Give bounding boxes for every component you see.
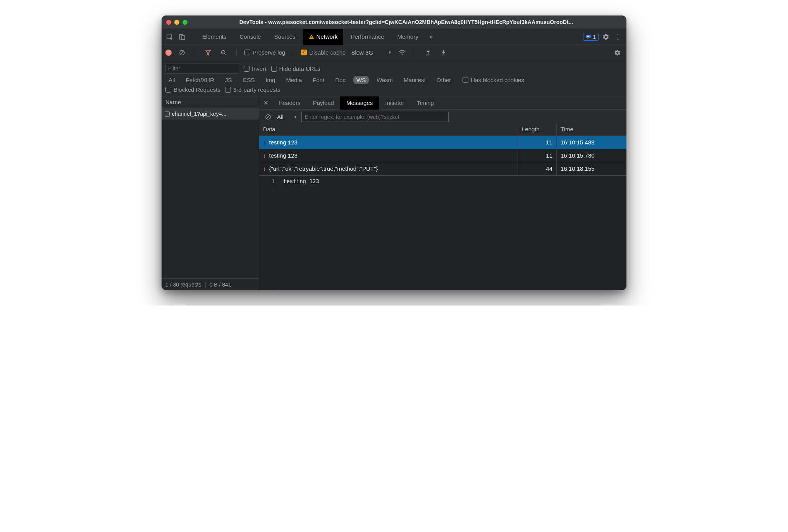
type-filter-js[interactable]: JS: [222, 76, 235, 84]
tab-memory[interactable]: Memory: [392, 29, 424, 45]
third-party-label: 3rd-party requests: [233, 86, 280, 93]
inspect-element-icon[interactable]: [165, 32, 175, 42]
kebab-menu-icon[interactable]: ⋮: [613, 32, 623, 42]
request-count: 1 / 30 requests: [165, 281, 201, 288]
message-data: testing 123: [269, 139, 298, 146]
svg-rect-6: [587, 36, 590, 36]
tab-network-label: Network: [317, 33, 338, 40]
filter-icon[interactable]: [203, 48, 213, 58]
blocked-requests-label: Blocked Requests: [174, 86, 220, 93]
tab-console[interactable]: Console: [234, 29, 267, 45]
message-detail-viewer: 1 testing 123: [259, 175, 626, 290]
svg-point-10: [222, 50, 225, 54]
window-title: DevTools - www.piesocket.com/websocket-t…: [194, 19, 619, 25]
message-time: 16:10:15.488: [557, 136, 626, 149]
type-filter-all[interactable]: All: [165, 76, 178, 84]
message-body[interactable]: testing 123: [279, 176, 323, 290]
devtools-window: DevTools - www.piesocket.com/websocket-t…: [162, 15, 626, 290]
type-filter-ws[interactable]: WS: [353, 76, 369, 84]
close-window-button[interactable]: [166, 20, 171, 25]
download-har-icon[interactable]: [439, 48, 449, 58]
detail-tab-timing[interactable]: Timing: [411, 96, 440, 110]
col-header-length[interactable]: Length: [518, 124, 557, 136]
requests-header[interactable]: Name: [162, 96, 259, 108]
search-icon[interactable]: [219, 48, 229, 58]
network-conditions-icon[interactable]: [397, 48, 407, 58]
clear-icon[interactable]: [177, 48, 187, 58]
more-tabs-icon[interactable]: »: [426, 32, 436, 42]
invert-label: Invert: [252, 65, 267, 72]
svg-line-16: [267, 115, 270, 118]
messages-direction-select[interactable]: All ▼: [277, 113, 298, 120]
detail-tab-headers[interactable]: Headers: [272, 96, 307, 110]
device-toolbar-icon[interactable]: [177, 32, 187, 42]
request-name: channel_1?api_key=...: [172, 111, 227, 117]
type-filter-wasm[interactable]: Wasm: [373, 76, 396, 84]
invert-checkbox[interactable]: Invert: [244, 65, 267, 72]
filter-input[interactable]: [165, 63, 239, 74]
type-filter-doc[interactable]: Doc: [332, 76, 349, 84]
message-length: 44: [518, 162, 557, 175]
preserve-log-checkbox[interactable]: Preserve log: [244, 49, 285, 56]
detail-tab-payload[interactable]: Payload: [307, 96, 340, 110]
svg-rect-7: [587, 36, 589, 37]
disable-cache-checkbox[interactable]: Disable cache: [301, 49, 346, 56]
network-toolbar: Preserve log Disable cache Slow 3G ▼: [162, 45, 626, 60]
clear-messages-icon[interactable]: [263, 112, 273, 122]
upload-har-icon[interactable]: [423, 48, 433, 58]
message-length: 11: [518, 136, 557, 149]
panel-settings-icon[interactable]: [613, 48, 623, 58]
tab-network[interactable]: Network: [303, 29, 343, 45]
request-favicon-icon: [165, 112, 170, 117]
col-header-time[interactable]: Time: [557, 124, 626, 136]
message-row[interactable]: testing 123 11 16:10:15.488: [259, 136, 626, 149]
type-filter-other[interactable]: Other: [434, 76, 454, 84]
detail-tab-messages[interactable]: Messages: [340, 96, 379, 110]
disable-cache-label: Disable cache: [309, 49, 346, 56]
transfer-size: 0 B / 841: [210, 281, 231, 288]
message-icon: [586, 34, 591, 39]
chevron-down-icon: ▼: [388, 50, 392, 55]
svg-rect-13: [426, 55, 430, 55]
maximize-window-button[interactable]: [182, 20, 188, 25]
type-filter-css[interactable]: CSS: [240, 76, 258, 84]
messages-rows: testing 123 11 16:10:15.488 testing 123 …: [259, 136, 626, 175]
type-filter-manifest[interactable]: Manifest: [401, 76, 429, 84]
requests-status: 1 / 30 requests 0 B / 841: [162, 278, 259, 290]
message-length: 11: [518, 149, 557, 162]
svg-rect-3: [311, 36, 311, 38]
throttling-select[interactable]: Slow 3G ▼: [351, 49, 392, 56]
record-button[interactable]: [165, 50, 172, 56]
blocked-requests-checkbox[interactable]: Blocked Requests: [165, 86, 220, 93]
message-time: 16:10:18.155: [557, 162, 626, 175]
tab-elements[interactable]: Elements: [197, 29, 232, 45]
close-detail-icon[interactable]: ×: [259, 98, 272, 107]
network-content: Name channel_1?api_key=... 1 / 30 reques…: [162, 96, 626, 290]
svg-rect-2: [182, 36, 185, 39]
message-row[interactable]: testing 123 11 16:10:15.730: [259, 149, 626, 162]
third-party-requests-checkbox[interactable]: 3rd-party requests: [225, 86, 280, 93]
type-filter-img[interactable]: Img: [262, 76, 278, 84]
settings-icon[interactable]: [601, 32, 611, 42]
divider: [236, 48, 237, 57]
divider: [415, 48, 415, 57]
tab-sources[interactable]: Sources: [269, 29, 301, 45]
type-filter-fetch-xhr[interactable]: Fetch/XHR: [183, 76, 217, 84]
minimize-window-button[interactable]: [174, 20, 179, 25]
tab-performance[interactable]: Performance: [346, 29, 390, 45]
has-blocked-cookies-checkbox[interactable]: Has blocked cookies: [463, 77, 524, 83]
type-filter-media[interactable]: Media: [283, 76, 305, 84]
hide-data-urls-checkbox[interactable]: Hide data URLs: [271, 65, 320, 72]
request-row[interactable]: channel_1?api_key=...: [162, 108, 259, 120]
hide-data-urls-label: Hide data URLs: [279, 65, 320, 72]
divider: [192, 33, 192, 41]
issues-chip[interactable]: 1: [583, 33, 599, 41]
messages-regex-input[interactable]: [301, 112, 449, 122]
has-blocked-cookies-label: Has blocked cookies: [471, 77, 524, 83]
throttling-value: Slow 3G: [351, 49, 373, 56]
col-header-data[interactable]: Data: [259, 124, 518, 136]
message-row[interactable]: {"url":"ok","retryable":true,"method":"P…: [259, 162, 626, 175]
chevron-down-icon: ▼: [294, 115, 298, 119]
type-filter-font[interactable]: Font: [310, 76, 327, 84]
detail-tab-initiator[interactable]: Initiator: [379, 96, 410, 110]
